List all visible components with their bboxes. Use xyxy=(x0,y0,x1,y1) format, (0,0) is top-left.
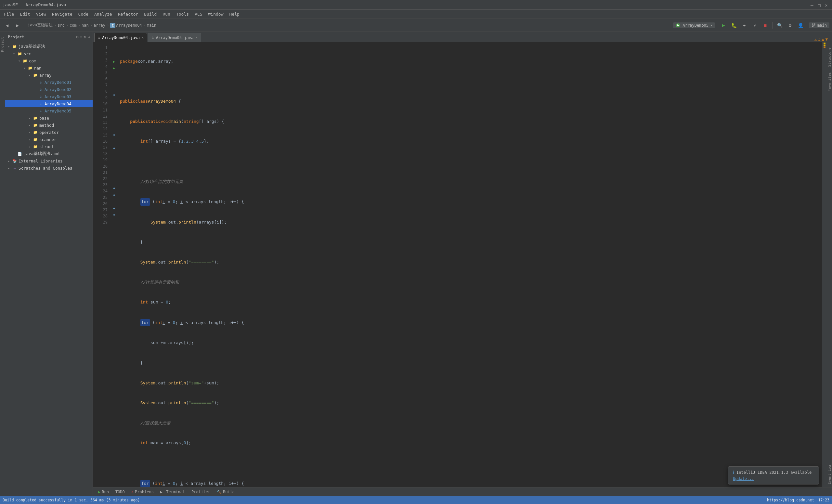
warn-icon: ⚠ xyxy=(814,37,817,42)
bottom-bar: ▶ Run TODO ⚠ Problems ▶_ Terminal Profil… xyxy=(93,487,832,496)
menu-help[interactable]: Help xyxy=(227,11,242,18)
project-panel-label[interactable]: Project xyxy=(0,34,5,55)
notification-update-link[interactable]: Update... xyxy=(733,476,814,481)
toolbar-back-button[interactable]: ◀ xyxy=(3,21,12,30)
gutter-bookmark-14[interactable]: ◆ xyxy=(111,132,117,138)
project-collapse-icon[interactable]: ◂ xyxy=(87,34,90,39)
menu-bar: File Edit View Navigate Code Analyze Ref… xyxy=(0,10,832,19)
menu-view[interactable]: View xyxy=(33,11,49,18)
tree-item-operator[interactable]: ▸ 📁 operator xyxy=(5,129,93,136)
menu-navigate[interactable]: Navigate xyxy=(49,11,75,18)
breadcrumb-src[interactable]: src xyxy=(57,23,65,28)
favorites-label[interactable]: Favorites xyxy=(827,70,832,94)
bottom-tab-problems[interactable]: ⚠ Problems xyxy=(129,489,156,495)
tree-item-nan[interactable]: ▾ 📁 nan xyxy=(5,64,93,72)
tab-arraydemo05[interactable]: ☕ ArrayDemo05.java ✕ xyxy=(148,33,201,42)
breadcrumb-com[interactable]: com xyxy=(70,23,77,28)
tree-item-arraydemo02[interactable]: ☕ ArrayDemo02 xyxy=(5,86,93,93)
project-layout-icon[interactable]: ≡ xyxy=(80,34,82,39)
tree-item-src[interactable]: ▾ 📁 src xyxy=(5,50,93,57)
bottom-tab-todo[interactable]: TODO xyxy=(113,489,127,495)
code-line-1: package com.nan.array; xyxy=(117,58,822,65)
terminal-icon: ▶_ xyxy=(160,490,165,494)
tree-item-array[interactable]: ▾ 📁 array xyxy=(5,72,93,79)
code-editor[interactable]: package com.nan.array; public class Arra… xyxy=(117,42,822,487)
search-everywhere-button[interactable]: 🔍 xyxy=(775,21,784,30)
tree-item-ext-libraries[interactable]: ▸ 📚 External Libraries xyxy=(5,157,93,164)
coverage-button[interactable]: ☂ xyxy=(740,21,749,30)
maximize-button[interactable]: □ xyxy=(818,3,822,7)
gutter-bookmark-25[interactable]: ◆ xyxy=(111,205,117,212)
tab-close-button[interactable]: ✕ xyxy=(142,35,144,39)
minimize-button[interactable]: ─ xyxy=(810,3,815,7)
gutter-run-4[interactable]: ▶ xyxy=(111,65,117,72)
tree-item-iml[interactable]: 📄 java基础语法.iml xyxy=(5,150,93,157)
tree-item-arraydemo01[interactable]: ☕ ArrayDemo01 xyxy=(5,79,93,86)
menu-edit[interactable]: Edit xyxy=(17,11,32,18)
bottom-tab-terminal[interactable]: ▶_ Terminal xyxy=(158,489,187,495)
menu-build[interactable]: Build xyxy=(141,11,159,18)
breadcrumb-project[interactable]: java基础语法 xyxy=(28,22,53,28)
user-button[interactable]: 👤 xyxy=(796,21,805,30)
project-panel-actions: ⚙ ≡ ⇅ ◂ xyxy=(76,34,90,39)
bottom-tab-build[interactable]: 🔨 Build xyxy=(214,489,237,495)
warn-arrow-down[interactable]: ▼ xyxy=(826,37,828,42)
gutter-bookmark-8[interactable]: ◆ xyxy=(111,91,117,99)
gutter-bookmark-26[interactable]: ◆ xyxy=(111,212,117,218)
status-url[interactable]: https://blog.csdn.net xyxy=(767,498,814,502)
tree-item-scanner[interactable]: ▸ 📁 scanner xyxy=(5,136,93,143)
breadcrumb-array[interactable]: array xyxy=(94,23,105,28)
bottom-tab-run[interactable]: ▶ Run xyxy=(96,489,111,495)
src-folder-icon: 📁 xyxy=(17,51,23,56)
menu-tools[interactable]: Tools xyxy=(174,11,191,18)
debug-button[interactable]: 🐛 xyxy=(729,21,738,30)
tab-close-button[interactable]: ✕ xyxy=(195,35,198,39)
gutter-17 xyxy=(111,152,117,158)
code-line-18: System.out.println("========"); xyxy=(117,400,822,406)
warn-arrow-up[interactable]: ▲ xyxy=(822,37,824,42)
run-button[interactable]: ▶ xyxy=(719,21,728,30)
tree-item-arraydemo05[interactable]: ☕ ArrayDemo05 xyxy=(5,107,93,114)
toolbar-forward-button[interactable]: ▶ xyxy=(13,21,22,30)
tree-item-method[interactable]: ▸ 📁 method xyxy=(5,122,93,129)
code-line-9: System.out.println(arrays[i]); xyxy=(117,219,822,226)
menu-refactor[interactable]: Refactor xyxy=(115,11,141,18)
breadcrumb-file[interactable]: C ArrayDemo04 xyxy=(110,23,142,28)
vcs-branch[interactable]: main xyxy=(809,22,829,28)
tree-item-scratches[interactable]: ▸ ✏ Scratches and Consoles xyxy=(5,164,93,171)
gutter-bookmark-22[interactable]: ◆ xyxy=(111,185,117,192)
menu-vcs[interactable]: VCS xyxy=(192,11,205,18)
tree-item-base[interactable]: ▸ 📁 base xyxy=(5,114,93,122)
menu-run[interactable]: Run xyxy=(160,11,173,18)
breadcrumb-method[interactable]: main xyxy=(147,23,156,28)
java-file-icon: ☕ xyxy=(38,94,44,99)
tree-item-arraydemo03[interactable]: ☕ ArrayDemo03 xyxy=(5,93,93,100)
project-settings-icon[interactable]: ⚙ xyxy=(76,34,79,39)
tree-item-struct[interactable]: ▸ 📁 struct xyxy=(5,143,93,150)
code-line-15: sum += arrays[i]; xyxy=(117,340,822,346)
run-config[interactable]: ArrayDemo05 ▾ xyxy=(673,22,715,28)
gutter-run-3[interactable]: ▶ xyxy=(111,58,117,65)
status-right: https://blog.csdn.net 17:23 xyxy=(767,498,829,502)
menu-file[interactable]: File xyxy=(1,11,17,18)
bottom-tab-profiler[interactable]: Profiler xyxy=(189,489,213,495)
settings-button[interactable]: ⚙ xyxy=(785,21,795,30)
gutter-bookmark-23[interactable]: ◆ xyxy=(111,191,117,198)
tree-item-com[interactable]: ▾ 📁 com xyxy=(5,57,93,64)
breadcrumb-nan[interactable]: nan xyxy=(82,23,89,28)
menu-window[interactable]: Window xyxy=(206,11,226,18)
close-button[interactable]: ✕ xyxy=(825,3,829,7)
project-sort-icon[interactable]: ⇅ xyxy=(83,34,86,39)
stop-button[interactable]: ■ xyxy=(760,21,770,30)
gutter-bookmark-16[interactable]: ◆ xyxy=(111,145,117,152)
code-line-22: for (int i = 0; i < arrays.length; i++) … xyxy=(117,480,822,487)
event-log-label[interactable]: Event Log xyxy=(827,462,832,487)
tree-item-arraydemo04[interactable]: ☕ ArrayDemo04 xyxy=(5,100,93,107)
gutter-24 xyxy=(111,198,117,205)
structure-label[interactable]: Structure xyxy=(827,45,832,70)
menu-code[interactable]: Code xyxy=(76,11,91,18)
menu-analyze[interactable]: Analyze xyxy=(92,11,115,18)
profile-button[interactable]: ⚡ xyxy=(750,21,759,30)
tree-item-project[interactable]: ▾ 📁 java基础语法 xyxy=(5,43,93,50)
tab-arraydemo04[interactable]: ☕ ArrayDemo04.java ✕ xyxy=(94,33,147,42)
